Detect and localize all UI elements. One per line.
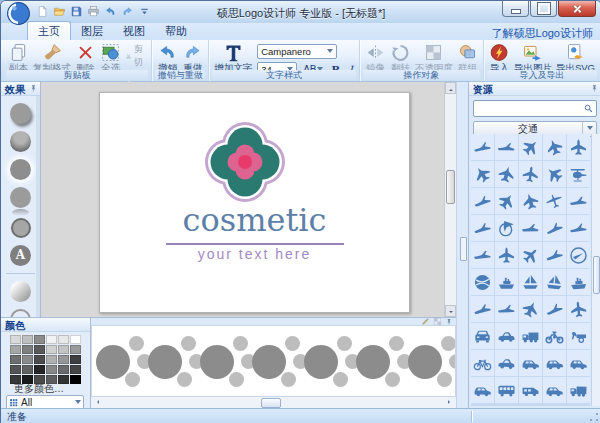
pattern-thumbnail[interactable] bbox=[252, 330, 304, 394]
resource-icon-plane[interactable] bbox=[519, 161, 542, 187]
color-swatch[interactable] bbox=[10, 345, 21, 354]
resource-icon-sail[interactable] bbox=[519, 269, 542, 295]
search-input[interactable] bbox=[474, 103, 583, 114]
open-file-button[interactable] bbox=[52, 4, 67, 19]
effect-reflection[interactable] bbox=[10, 187, 31, 208]
color-swatch[interactable] bbox=[58, 345, 69, 354]
panel-splitter[interactable] bbox=[456, 82, 468, 408]
color-swatch[interactable] bbox=[22, 365, 33, 374]
resource-icon-globe-plane[interactable] bbox=[495, 215, 518, 241]
app-logo-icon[interactable] bbox=[6, 1, 31, 26]
pin-icon[interactable] bbox=[29, 84, 38, 93]
resource-icon-bike[interactable] bbox=[471, 350, 494, 376]
resource-icon-plane-c[interactable] bbox=[567, 242, 590, 268]
scroll-thumb[interactable] bbox=[593, 256, 600, 294]
pattern-horizontal-scrollbar[interactable] bbox=[91, 396, 456, 408]
color-swatch[interactable] bbox=[46, 355, 57, 364]
resource-icon-moto[interactable] bbox=[543, 323, 566, 349]
resource-icon-plane-side[interactable] bbox=[567, 188, 590, 214]
resource-icon-jet[interactable] bbox=[519, 296, 542, 322]
more-colors-link[interactable]: 更多颜色… bbox=[14, 382, 64, 396]
resource-icon-truck[interactable] bbox=[519, 323, 542, 349]
resource-icon-retro[interactable] bbox=[495, 323, 518, 349]
resource-icon-plane-side[interactable] bbox=[519, 215, 542, 241]
scroll-right-arrow[interactable] bbox=[444, 398, 455, 407]
resource-icon-plane-side[interactable] bbox=[471, 242, 494, 268]
resource-icon-ship[interactable] bbox=[567, 269, 590, 295]
pattern-thumbnail[interactable] bbox=[408, 330, 456, 394]
effect-outer-glow[interactable] bbox=[10, 159, 31, 180]
resource-icon-cart[interactable] bbox=[567, 323, 590, 349]
color-swatch[interactable] bbox=[34, 345, 45, 354]
search-icon[interactable] bbox=[583, 103, 594, 114]
pattern-thumbnail[interactable] bbox=[356, 330, 408, 394]
resource-icon-sail[interactable] bbox=[543, 269, 566, 295]
color-swatch[interactable] bbox=[46, 335, 57, 344]
color-swatch[interactable] bbox=[34, 355, 45, 364]
color-swatch[interactable] bbox=[22, 355, 33, 364]
resize-grip[interactable] bbox=[588, 411, 600, 423]
tab-layers[interactable]: 图层 bbox=[71, 22, 113, 40]
help-link[interactable]: 了解硕思Logo设计师 bbox=[492, 26, 593, 41]
new-document-button[interactable] bbox=[35, 4, 50, 19]
color-swatch[interactable] bbox=[10, 355, 21, 364]
cut-button[interactable]: 剪切 bbox=[125, 43, 148, 69]
resource-icon-carf[interactable] bbox=[471, 323, 494, 349]
resource-icon-plane-side[interactable] bbox=[495, 296, 518, 322]
resource-icon-plane-side[interactable] bbox=[543, 296, 566, 322]
canvas-area[interactable]: cosmetic your text here bbox=[41, 82, 456, 317]
logo-wordmark[interactable]: cosmetic bbox=[100, 203, 409, 237]
effect-gradient-fill[interactable] bbox=[10, 281, 31, 302]
resource-icon-ship[interactable] bbox=[495, 269, 518, 295]
resource-icon-plane[interactable] bbox=[519, 242, 542, 268]
resource-icon-jet[interactable] bbox=[519, 134, 542, 160]
tab-home[interactable]: 主页 bbox=[27, 21, 71, 40]
resource-icon-plane-side[interactable] bbox=[543, 242, 566, 268]
resource-icon-van[interactable] bbox=[519, 377, 542, 403]
color-swatch[interactable] bbox=[34, 335, 45, 344]
resource-icon-plane[interactable] bbox=[567, 134, 590, 160]
resource-icon-glider[interactable] bbox=[543, 188, 566, 214]
color-swatch[interactable] bbox=[46, 345, 57, 354]
resource-icon-plane[interactable] bbox=[495, 242, 518, 268]
color-swatch[interactable] bbox=[22, 345, 33, 354]
color-swatch[interactable] bbox=[58, 365, 69, 374]
resource-icon-plane-side[interactable] bbox=[471, 188, 494, 214]
effect-drop-shadow[interactable] bbox=[10, 103, 31, 124]
resource-icon-plane-side[interactable] bbox=[495, 134, 518, 160]
color-swatch[interactable] bbox=[70, 335, 81, 344]
resources-scrollbar[interactable] bbox=[591, 134, 600, 406]
pattern-thumbnail[interactable] bbox=[148, 330, 200, 394]
effect-inner-shadow[interactable] bbox=[10, 131, 31, 152]
maximize-button[interactable] bbox=[530, 1, 557, 17]
resource-icon-jet[interactable] bbox=[543, 161, 566, 187]
color-swatch[interactable] bbox=[10, 335, 21, 344]
resource-icon-plane-side[interactable] bbox=[567, 215, 590, 241]
resource-icon-jet[interactable] bbox=[471, 161, 494, 187]
minimize-button[interactable] bbox=[502, 1, 529, 17]
resource-icon-heli[interactable] bbox=[567, 161, 590, 187]
scroll-up-arrow[interactable] bbox=[445, 82, 456, 94]
resource-icon-jet[interactable] bbox=[543, 134, 566, 160]
color-swatch[interactable] bbox=[70, 375, 81, 384]
color-swatch[interactable] bbox=[70, 345, 81, 354]
undo-quick-button[interactable] bbox=[103, 4, 118, 19]
resource-icon-plane-side[interactable] bbox=[471, 134, 494, 160]
resource-icon-bus[interactable] bbox=[495, 377, 518, 403]
pin-icon[interactable] bbox=[590, 84, 599, 93]
color-swatch[interactable] bbox=[34, 365, 45, 374]
scroll-thumb[interactable] bbox=[446, 170, 455, 204]
save-button[interactable] bbox=[69, 4, 84, 19]
resource-icon-truck[interactable] bbox=[567, 377, 590, 403]
canvas-vertical-scrollbar[interactable] bbox=[444, 82, 456, 317]
color-swatch[interactable] bbox=[46, 365, 57, 374]
scroll-down-arrow[interactable] bbox=[445, 305, 456, 317]
font-family-combo[interactable]: Campanero bbox=[257, 44, 337, 59]
logo-tagline[interactable]: your text here bbox=[100, 246, 409, 262]
resource-icon-car[interactable] bbox=[543, 350, 566, 376]
color-swatch[interactable] bbox=[70, 365, 81, 374]
scroll-thumb[interactable] bbox=[261, 398, 281, 408]
resource-icon-plane-side[interactable] bbox=[471, 215, 494, 241]
tab-view[interactable]: 视图 bbox=[113, 22, 155, 40]
resource-icon-jet[interactable] bbox=[495, 188, 518, 214]
